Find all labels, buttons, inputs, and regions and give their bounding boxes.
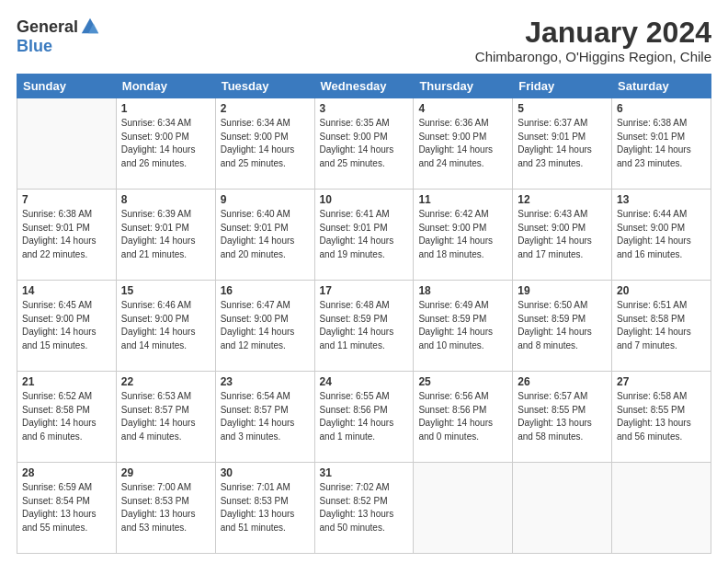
day-info: Sunrise: 6:55 AM Sunset: 8:56 PM Dayligh… [320, 390, 409, 443]
day-number: 19 [518, 284, 607, 297]
day-number: 1 [121, 102, 210, 115]
day-info: Sunrise: 6:34 AM Sunset: 9:00 PM Dayligh… [121, 117, 210, 170]
day-info: Sunrise: 6:38 AM Sunset: 9:01 PM Dayligh… [617, 117, 706, 170]
table-cell [17, 98, 117, 190]
day-info: Sunrise: 6:57 AM Sunset: 8:55 PM Dayligh… [518, 390, 607, 443]
day-info: Sunrise: 6:45 AM Sunset: 9:00 PM Dayligh… [22, 299, 111, 352]
day-info: Sunrise: 6:34 AM Sunset: 9:00 PM Dayligh… [221, 117, 310, 170]
table-cell: 29Sunrise: 7:00 AM Sunset: 8:53 PM Dayli… [116, 463, 215, 554]
day-number: 5 [518, 102, 607, 115]
day-info: Sunrise: 6:47 AM Sunset: 9:00 PM Dayligh… [221, 299, 310, 352]
table-cell: 6Sunrise: 6:38 AM Sunset: 9:01 PM Daylig… [612, 98, 711, 190]
day-number: 25 [418, 375, 507, 388]
week-row-3: 14Sunrise: 6:45 AM Sunset: 9:00 PM Dayli… [17, 281, 711, 372]
day-number: 12 [518, 193, 607, 206]
title-block: January 2024 Chimbarongo, O'Higgins Regi… [475, 17, 711, 64]
table-cell: 26Sunrise: 6:57 AM Sunset: 8:55 PM Dayli… [513, 372, 612, 463]
table-cell: 4Sunrise: 6:36 AM Sunset: 9:00 PM Daylig… [414, 98, 513, 190]
day-number: 6 [617, 102, 706, 115]
table-cell: 1Sunrise: 6:34 AM Sunset: 9:00 PM Daylig… [116, 98, 215, 190]
day-info: Sunrise: 6:44 AM Sunset: 9:00 PM Dayligh… [617, 208, 706, 261]
day-number: 22 [121, 375, 210, 388]
day-number: 8 [121, 193, 210, 206]
page: General Blue January 2024 Chimbarongo, O… [0, 0, 728, 563]
table-cell: 18Sunrise: 6:49 AM Sunset: 8:59 PM Dayli… [414, 281, 513, 372]
table-cell: 15Sunrise: 6:46 AM Sunset: 9:00 PM Dayli… [116, 281, 215, 372]
logo-blue: Blue [17, 37, 52, 56]
day-number: 27 [617, 375, 706, 388]
table-cell: 23Sunrise: 6:54 AM Sunset: 8:57 PM Dayli… [215, 372, 314, 463]
day-number: 30 [221, 466, 310, 479]
day-number: 29 [121, 466, 210, 479]
day-info: Sunrise: 6:37 AM Sunset: 9:01 PM Dayligh… [518, 117, 607, 170]
day-info: Sunrise: 6:48 AM Sunset: 8:59 PM Dayligh… [320, 299, 409, 352]
day-number: 24 [320, 375, 409, 388]
table-cell: 14Sunrise: 6:45 AM Sunset: 9:00 PM Dayli… [17, 281, 117, 372]
calendar-header-row: Sunday Monday Tuesday Wednesday Thursday… [17, 75, 711, 98]
table-cell: 24Sunrise: 6:55 AM Sunset: 8:56 PM Dayli… [314, 372, 414, 463]
table-cell [414, 463, 513, 554]
day-number: 26 [518, 375, 607, 388]
day-info: Sunrise: 6:49 AM Sunset: 8:59 PM Dayligh… [418, 299, 507, 352]
day-number: 3 [320, 102, 409, 115]
col-wednesday: Wednesday [314, 75, 414, 98]
day-number: 31 [320, 466, 409, 479]
day-number: 15 [121, 284, 210, 297]
col-monday: Monday [116, 75, 215, 98]
logo: General Blue [17, 17, 100, 56]
day-info: Sunrise: 6:51 AM Sunset: 8:58 PM Dayligh… [617, 299, 706, 352]
day-info: Sunrise: 6:46 AM Sunset: 9:00 PM Dayligh… [121, 299, 210, 352]
table-cell: 8Sunrise: 6:39 AM Sunset: 9:01 PM Daylig… [116, 190, 215, 281]
day-info: Sunrise: 7:02 AM Sunset: 8:52 PM Dayligh… [320, 481, 409, 534]
day-info: Sunrise: 6:38 AM Sunset: 9:01 PM Dayligh… [22, 208, 111, 261]
day-number: 21 [22, 375, 111, 388]
table-cell: 10Sunrise: 6:41 AM Sunset: 9:01 PM Dayli… [314, 190, 414, 281]
table-cell [513, 463, 612, 554]
day-number: 7 [22, 193, 111, 206]
table-cell: 28Sunrise: 6:59 AM Sunset: 8:54 PM Dayli… [17, 463, 117, 554]
header: General Blue January 2024 Chimbarongo, O… [17, 17, 711, 64]
day-number: 28 [22, 466, 111, 479]
day-info: Sunrise: 7:00 AM Sunset: 8:53 PM Dayligh… [121, 481, 210, 534]
table-cell: 22Sunrise: 6:53 AM Sunset: 8:57 PM Dayli… [116, 372, 215, 463]
logo-general: General [17, 17, 78, 37]
col-thursday: Thursday [414, 75, 513, 98]
table-cell: 30Sunrise: 7:01 AM Sunset: 8:53 PM Dayli… [215, 463, 314, 554]
day-info: Sunrise: 6:52 AM Sunset: 8:58 PM Dayligh… [22, 390, 111, 443]
table-cell: 21Sunrise: 6:52 AM Sunset: 8:58 PM Dayli… [17, 372, 117, 463]
table-cell: 12Sunrise: 6:43 AM Sunset: 9:00 PM Dayli… [513, 190, 612, 281]
col-tuesday: Tuesday [215, 75, 314, 98]
calendar-table: Sunday Monday Tuesday Wednesday Thursday… [17, 74, 711, 554]
subtitle: Chimbarongo, O'Higgins Region, Chile [475, 49, 711, 64]
week-row-1: 1Sunrise: 6:34 AM Sunset: 9:00 PM Daylig… [17, 98, 711, 190]
day-number: 23 [221, 375, 310, 388]
day-info: Sunrise: 6:42 AM Sunset: 9:00 PM Dayligh… [418, 208, 507, 261]
main-title: January 2024 [475, 17, 711, 49]
table-cell: 16Sunrise: 6:47 AM Sunset: 9:00 PM Dayli… [215, 281, 314, 372]
day-info: Sunrise: 6:35 AM Sunset: 9:00 PM Dayligh… [320, 117, 409, 170]
day-info: Sunrise: 6:36 AM Sunset: 9:00 PM Dayligh… [418, 117, 507, 170]
day-number: 20 [617, 284, 706, 297]
table-cell: 13Sunrise: 6:44 AM Sunset: 9:00 PM Dayli… [612, 190, 711, 281]
day-info: Sunrise: 6:59 AM Sunset: 8:54 PM Dayligh… [22, 481, 111, 534]
week-row-5: 28Sunrise: 6:59 AM Sunset: 8:54 PM Dayli… [17, 463, 711, 554]
day-number: 16 [221, 284, 310, 297]
day-info: Sunrise: 6:56 AM Sunset: 8:56 PM Dayligh… [418, 390, 507, 443]
day-info: Sunrise: 6:41 AM Sunset: 9:01 PM Dayligh… [320, 208, 409, 261]
table-cell: 11Sunrise: 6:42 AM Sunset: 9:00 PM Dayli… [414, 190, 513, 281]
table-cell: 3Sunrise: 6:35 AM Sunset: 9:00 PM Daylig… [314, 98, 414, 190]
table-cell: 25Sunrise: 6:56 AM Sunset: 8:56 PM Dayli… [414, 372, 513, 463]
day-number: 10 [320, 193, 409, 206]
table-cell: 5Sunrise: 6:37 AM Sunset: 9:01 PM Daylig… [513, 98, 612, 190]
table-cell: 31Sunrise: 7:02 AM Sunset: 8:52 PM Dayli… [314, 463, 414, 554]
day-number: 2 [221, 102, 310, 115]
day-info: Sunrise: 6:39 AM Sunset: 9:01 PM Dayligh… [121, 208, 210, 261]
table-cell: 27Sunrise: 6:58 AM Sunset: 8:55 PM Dayli… [612, 372, 711, 463]
day-number: 9 [221, 193, 310, 206]
col-saturday: Saturday [612, 75, 711, 98]
table-cell: 2Sunrise: 6:34 AM Sunset: 9:00 PM Daylig… [215, 98, 314, 190]
day-info: Sunrise: 7:01 AM Sunset: 8:53 PM Dayligh… [221, 481, 310, 534]
table-cell: 20Sunrise: 6:51 AM Sunset: 8:58 PM Dayli… [612, 281, 711, 372]
day-number: 13 [617, 193, 706, 206]
table-cell [612, 463, 711, 554]
